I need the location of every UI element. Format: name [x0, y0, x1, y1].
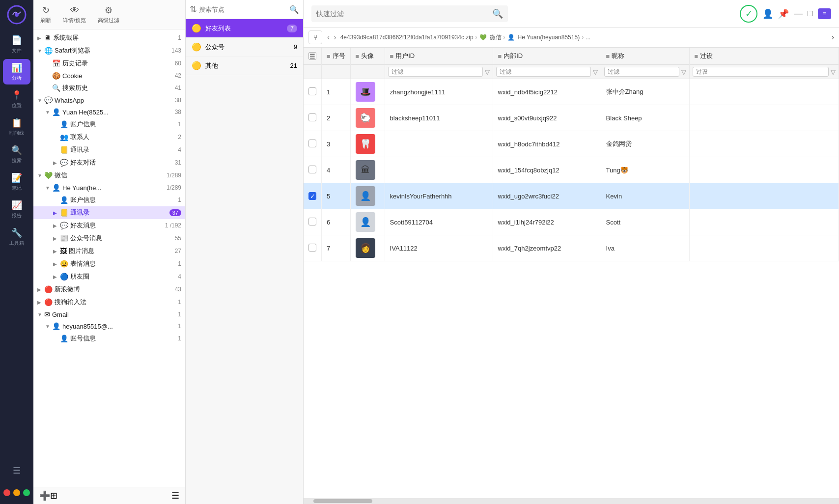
- tree-node-safari-search[interactable]: 🔍 搜索历史 41: [33, 82, 185, 94]
- tree-node-whatsapp-addressbook[interactable]: 📒 通讯录 4: [33, 143, 185, 156]
- topbar-search-input[interactable]: [316, 10, 492, 18]
- table-row[interactable]: 4🏛wxid_154fcq8obzjq12Tung🐯: [304, 157, 839, 183]
- filter-internal-id-input[interactable]: [496, 67, 591, 77]
- sidebar-item-analysis[interactable]: 📊 分析: [3, 59, 30, 84]
- tree-node-weibo[interactable]: ▶ 🔴 新浪微博 43: [33, 283, 185, 296]
- tree-node-whatsapp-account[interactable]: 👤 账户信息 1: [33, 118, 185, 131]
- sidebar-menu-button[interactable]: ☰: [3, 458, 30, 483]
- horizontal-scrollbar[interactable]: [304, 498, 839, 504]
- table-row[interactable]: 7👩IVA11122wxid_7qh2jzeomtvp22Iva: [304, 235, 839, 261]
- sidebar-item-timeline[interactable]: 📋 时间线: [3, 114, 30, 140]
- tree-node-whatsapp[interactable]: ▼ 💬 WhatsApp 38: [33, 94, 185, 106]
- maximize-icon[interactable]: □: [808, 8, 813, 19]
- tree-node-wechat-official-msg[interactable]: ▶ 📰 公众号消息 55: [33, 232, 185, 245]
- row-checkbox[interactable]: [308, 218, 316, 225]
- tree-node-gmail[interactable]: ▼ ✉ Gmail 1: [33, 308, 185, 320]
- filter-user-id-input[interactable]: [388, 67, 483, 77]
- row-checkbox[interactable]: [308, 244, 316, 252]
- filter-user-id-icon[interactable]: ▽: [485, 68, 490, 76]
- scrollbar-thumb[interactable]: [313, 499, 372, 503]
- grid-view-button[interactable]: ⊞: [50, 490, 57, 501]
- tree-node-wechat-friend-msg[interactable]: ▶ 💬 好友消息 1 /192: [33, 219, 185, 232]
- row-checkbox[interactable]: [308, 140, 316, 147]
- table-row[interactable]: 3🦷wxid_h8odc7ithbd412金鸽网贷: [304, 131, 839, 157]
- git-icon[interactable]: ⑂: [308, 30, 322, 44]
- tree-node-safari-history[interactable]: 📅 历史记录 60: [33, 57, 185, 70]
- pin-icon[interactable]: 📌: [778, 8, 789, 19]
- tree-node-gmail-account[interactable]: 👤 账号信息 1: [33, 332, 185, 345]
- sidebar-item-file[interactable]: 📄 文件: [3, 31, 30, 57]
- mid-item-friends-list[interactable]: 🟡 好友列表 7: [186, 19, 303, 38]
- sidebar-item-tools[interactable]: 🔧 工具箱: [3, 224, 30, 250]
- tree-node-wechat[interactable]: ▼ 💚 微信 1/289: [33, 169, 185, 182]
- refresh-button[interactable]: ↻ 刷新: [40, 5, 51, 24]
- tree-node-sogou[interactable]: ▶ 🔴 搜狗输入法 1: [33, 296, 185, 308]
- notes-icon: 📝: [11, 172, 22, 183]
- row-extra: [689, 105, 839, 131]
- row-checkbox[interactable]: [308, 113, 316, 121]
- tree-node-wechat-emoji-msg[interactable]: ▶ 😀 表情消息 1: [33, 257, 185, 270]
- filter-avatar-cell: [350, 65, 385, 79]
- mid-search-input[interactable]: [199, 6, 289, 13]
- traffic-light-minimize[interactable]: [13, 489, 20, 496]
- detail-preview-button[interactable]: 👁 详情/预览: [63, 5, 86, 24]
- traffic-light-close[interactable]: [3, 489, 10, 496]
- row-avatar: 🏛: [350, 157, 385, 183]
- path-extra[interactable]: ...: [586, 34, 590, 41]
- table-row[interactable]: ✓5👤kevinIsYourFatherhhhwxid_ugo2wrc3fuci…: [304, 183, 839, 209]
- sidebar-item-search[interactable]: 🔍 搜索: [3, 141, 30, 167]
- path-user[interactable]: He Yuan(heyuan85515): [518, 34, 580, 41]
- nav-back-button[interactable]: ‹: [327, 33, 330, 42]
- table-row[interactable]: 1🎩zhangzhongjie1111wxid_ndb4f5icig2212张中…: [304, 79, 839, 105]
- path-more-button[interactable]: ›: [832, 33, 834, 42]
- add-node-button[interactable]: ➕: [39, 490, 50, 501]
- sidebar-item-notes[interactable]: 📝 笔记: [3, 169, 30, 195]
- mid-item-others[interactable]: 🟡 其他 21: [186, 56, 303, 75]
- mid-search-button[interactable]: 🔍: [289, 5, 299, 14]
- sidebar-item-report[interactable]: 📈 报告: [3, 196, 30, 222]
- advanced-filter-button[interactable]: ⚙ 高级过滤: [98, 5, 119, 24]
- status-circle[interactable]: ✓: [740, 5, 757, 23]
- row-nickname: Tung🐯: [601, 157, 689, 183]
- app-menu-button[interactable]: ≡: [818, 8, 831, 19]
- path-app[interactable]: 微信: [490, 33, 502, 42]
- filter-nickname-icon[interactable]: ▽: [681, 68, 686, 76]
- tree-node-system-screenshot[interactable]: ▶ 🖥 系统截屏 1: [33, 31, 185, 44]
- tree-node-wechat-account[interactable]: 👤 账户信息 1: [33, 194, 185, 206]
- tree-node-safari[interactable]: ▼ 🌐 Safari浏览器 143: [33, 44, 185, 57]
- path-file[interactable]: 4e4393d9ca817d38662f12f0da1fa1a7f091934c…: [340, 34, 474, 41]
- tree-node-gmail-user[interactable]: ▼ 👤 heyuan85515@... 1: [33, 320, 185, 332]
- traffic-light-maximize[interactable]: [23, 489, 30, 496]
- tree-node-whatsapp-chat[interactable]: ▶ 💬 好友对话 31: [33, 156, 185, 169]
- tree-node-wechat-image-msg[interactable]: ▶ 🖼 图片消息 27: [33, 245, 185, 257]
- tree-node-safari-cookie[interactable]: 🍪 Cookie 42: [33, 70, 185, 82]
- row-nickname: Iva: [601, 235, 689, 261]
- row-checkbox[interactable]: [308, 87, 316, 95]
- table-row[interactable]: 6👤Scott59112704wxid_i1lhj24r792i22Scott: [304, 209, 839, 235]
- filter-extra-icon[interactable]: ▽: [831, 68, 836, 76]
- list-view-button[interactable]: ☰: [171, 490, 179, 501]
- table-row[interactable]: 2🐑blacksheep11011wxid_s00vt9uixjq922Blac…: [304, 105, 839, 131]
- profile-icon[interactable]: 👤: [762, 8, 773, 19]
- filter-extra-input[interactable]: [693, 67, 829, 77]
- tree-node-wechat-contacts[interactable]: ▶ 📒 通讯录 37: [33, 206, 185, 219]
- row-user-id: IVA11122: [385, 235, 493, 261]
- tree-node-whatsapp-user[interactable]: ▼ 👤 Yuan He(8525... 38: [33, 106, 185, 118]
- filter-internal-id-icon[interactable]: ▽: [593, 68, 598, 76]
- filter-nickname-input[interactable]: [604, 67, 679, 77]
- mid-item-official-accounts[interactable]: 🟡 公众号 9: [186, 38, 303, 56]
- minimize-icon[interactable]: —: [794, 8, 803, 19]
- sort-icon[interactable]: ⇅: [190, 4, 197, 15]
- row-checkbox[interactable]: [308, 166, 316, 173]
- row-internal-id: wxid_7qh2jzeomtvp22: [493, 235, 601, 261]
- row-user-id: kevinIsYourFatherhhh: [385, 183, 493, 209]
- sidebar-item-location[interactable]: 📍 位置: [3, 86, 30, 112]
- tree-node-whatsapp-contact[interactable]: 👥 联系人 2: [33, 131, 185, 143]
- header-checkbox[interactable]: ☰: [308, 52, 316, 60]
- tree-node-wechat-user[interactable]: ▼ 👤 He Yuan(he... 1/289: [33, 182, 185, 194]
- nav-forward-button[interactable]: ›: [334, 33, 336, 42]
- col-nickname-icon: ≡: [606, 53, 610, 60]
- row-checkbox[interactable]: ✓: [308, 192, 316, 200]
- topbar-search-bar: 🔍: [311, 5, 508, 22]
- tree-node-wechat-moments[interactable]: ▶ 🔵 朋友圈 4: [33, 270, 185, 283]
